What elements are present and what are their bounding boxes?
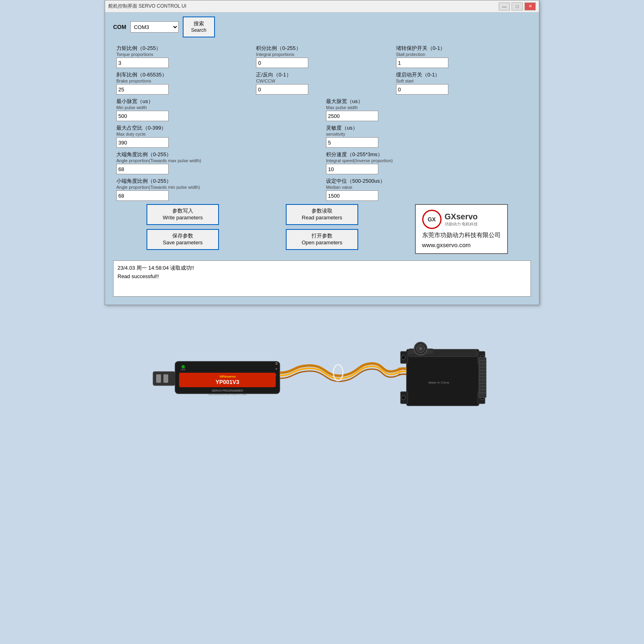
param-anglemin: 小端角度比例（0-255） Angle proportion(Towards m…: [113, 176, 321, 202]
btn-col-mid: 参数读取 Read parameters 打开参数 Open parameter…: [252, 202, 392, 252]
param-minpulse: 最小脉宽（us） Min pulse width: [113, 96, 321, 123]
param-intspeed-en: Integral speed(Inverse proportion): [326, 158, 528, 163]
svg-text:Made in China: Made in China: [428, 381, 449, 384]
param-sensitivity-input[interactable]: [326, 137, 378, 148]
param-brake: 刹车比例（0-65535） Brake proportions: [113, 70, 251, 96]
param-anglemin-en: Angle proportion(Towards min pulse width…: [116, 185, 318, 190]
param-sensitivity-en: sensitivity: [326, 132, 528, 136]
content-area: COM COM3 COM1 COM2 COM4 搜索 Search 力矩比例（0…: [105, 12, 539, 305]
param-cwccw-en: CW/CCW: [256, 78, 388, 83]
open-params-button[interactable]: 打开参数 Open parameters: [286, 229, 358, 250]
param-dutycycle: 最大占空比（0-399） Max duty cycle: [113, 123, 321, 149]
save-en: Save parameters: [163, 239, 203, 246]
gx-circle-icon: GX: [422, 210, 442, 229]
svg-rect-2: [163, 374, 168, 383]
search-button[interactable]: 搜索 Search: [183, 17, 215, 37]
search-zh: 搜索: [194, 21, 204, 27]
param-torque-input[interactable]: [116, 58, 169, 68]
param-anglemax: 大端角度比例（0-255） Angle proportion(Towards m…: [113, 149, 321, 176]
param-integral-input[interactable]: [256, 58, 308, 68]
save-zh: 保存参数: [172, 233, 193, 239]
btn-col-logo: GX GXservo 功勋动力 电机科技 东莞市功勋动力科技有限公司 www.g…: [392, 202, 531, 256]
write-zh: 参数写入: [172, 208, 193, 215]
top-bar: COM COM3 COM1 COM2 COM4 搜索 Search: [113, 17, 531, 37]
svg-rect-1: [156, 374, 161, 383]
param-stall-input[interactable]: [396, 58, 448, 68]
params-row-4: 最大占空比（0-399） Max duty cycle 灵敏度（us） sens…: [113, 123, 531, 149]
param-intspeed-input[interactable]: [326, 164, 378, 174]
svg-point-22: [401, 396, 405, 400]
main-window: 舵机控制界面 SERVO CONTROL UI — □ ✕ COM COM3 C…: [105, 0, 539, 305]
param-anglemin-zh: 小端角度比例（0-255）: [116, 178, 318, 185]
param-minpulse-input[interactable]: [116, 111, 169, 121]
param-softstart-en: Soft start: [396, 78, 528, 83]
param-minpulse-en: Min pulse width: [116, 105, 318, 110]
website-url: www.gxservo.com: [422, 242, 501, 248]
param-stall-en: Stall protection: [396, 52, 528, 57]
gx-sub-text: 功勋动力 电机科技: [445, 221, 478, 227]
param-integral: 积分比例（0-255） Integral proportions: [253, 43, 391, 70]
param-dutycycle-zh: 最大占空比（0-399）: [116, 124, 318, 132]
param-cwccw-zh: 正/反向（0-1）: [256, 71, 388, 78]
read-en: Read parameters: [302, 215, 342, 221]
svg-text:LED: LED: [181, 368, 186, 371]
param-median-zh: 设定中位（500-2500us）: [326, 178, 528, 185]
svg-text:S: S: [275, 361, 278, 365]
svg-rect-16: [407, 349, 479, 406]
param-anglemax-input[interactable]: [116, 164, 169, 174]
param-dutycycle-en: Max duty cycle: [116, 132, 318, 136]
svg-text:+: +: [275, 367, 277, 371]
logo-box: GX GXservo 功勋动力 电机科技 东莞市功勋动力科技有限公司 www.g…: [415, 204, 508, 254]
com-select[interactable]: COM3 COM1 COM2 COM4: [130, 21, 179, 33]
svg-point-9: [182, 365, 185, 368]
param-brake-zh: 刹车比例（0-65535）: [116, 71, 248, 78]
title-bar: 舵机控制界面 SERVO CONTROL UI — □ ✕: [105, 0, 539, 12]
close-button[interactable]: ✕: [524, 2, 536, 10]
param-sensitivity-zh: 灵敏度（us）: [326, 124, 528, 132]
param-maxpulse-input[interactable]: [326, 111, 378, 121]
param-anglemin-input[interactable]: [116, 190, 169, 201]
param-median-input[interactable]: [326, 190, 378, 201]
company-name: 东莞市功勋动力科技有限公司: [422, 231, 501, 239]
param-brake-en: Brake proportions: [116, 78, 248, 83]
write-params-button[interactable]: 参数写入 Write parameters: [147, 204, 219, 225]
btn-col-left: 参数写入 Write parameters 保存参数 Save paramete…: [113, 202, 252, 252]
param-anglemax-zh: 大端角度比例（0-255）: [116, 151, 318, 158]
restore-button[interactable]: □: [512, 2, 523, 10]
param-cwccw-input[interactable]: [256, 84, 308, 95]
param-brake-input[interactable]: [116, 84, 169, 95]
param-softstart-input[interactable]: [396, 84, 448, 95]
param-intspeed-zh: 积分速度（0-255*3ms）: [326, 151, 528, 158]
param-anglemax-en: Angle proportion(Towards max pulse width…: [116, 158, 318, 163]
svg-point-41: [419, 347, 422, 350]
window-controls: — □ ✕: [499, 2, 536, 10]
param-cwccw: 正/反向（0-1） CW/CCW: [253, 70, 391, 96]
param-integral-zh: 积分比例（0-255）: [256, 45, 388, 52]
log-area: 23/4.03 周一 14:58:04 读取成功!! Read successf…: [113, 260, 531, 297]
param-integral-en: Integral proportions: [256, 52, 388, 57]
param-median-en: Median value: [326, 185, 528, 190]
log-line1: 23/4.03 周一 14:58:04 读取成功!!: [118, 264, 526, 272]
servo-illustration: YiPinservo YP001V3 SERVO PROGRAMMER www.…: [141, 313, 503, 438]
param-softstart: 缓启动开关（0-1） Soft start: [393, 70, 531, 96]
svg-text:www.yipinservo.com Made in Chi: www.yipinservo.com Made in China: [208, 393, 247, 396]
param-dutycycle-input[interactable]: [116, 137, 169, 148]
minimize-button[interactable]: —: [499, 2, 510, 10]
param-softstart-zh: 缓启动开关（0-1）: [396, 71, 528, 78]
param-maxpulse: 最大脉宽（us） Max pulse width: [323, 96, 531, 123]
logo-top: GX GXservo 功勋动力 电机科技: [422, 210, 501, 229]
param-maxpulse-en: Max pulse width: [326, 105, 528, 110]
save-params-button[interactable]: 保存参数 Save parameters: [147, 229, 219, 250]
read-zh: 参数读取: [312, 208, 332, 215]
read-params-button[interactable]: 参数读取 Read parameters: [286, 204, 358, 225]
svg-text:YiPinservo: YiPinservo: [219, 375, 235, 378]
param-minpulse-zh: 最小脉宽（us）: [116, 98, 318, 105]
open-zh: 打开参数: [312, 233, 332, 239]
svg-rect-25: [479, 357, 486, 398]
param-sensitivity: 灵敏度（us） sensitivity: [323, 123, 531, 149]
svg-text:YP001V3: YP001V3: [215, 379, 239, 385]
params-row-2: 刹车比例（0-65535） Brake proportions 正/反向（0-1…: [113, 70, 531, 96]
param-median: 设定中位（500-2500us） Median value: [323, 176, 531, 202]
params-row-3: 最小脉宽（us） Min pulse width 最大脉宽（us） Max pu…: [113, 96, 531, 123]
bottom-image-area: YiPinservo YP001V3 SERVO PROGRAMMER www.…: [105, 313, 539, 438]
